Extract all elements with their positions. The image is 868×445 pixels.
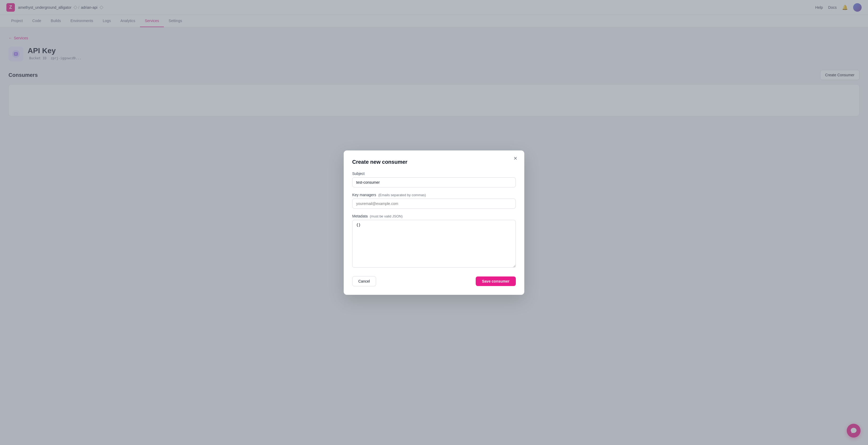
close-icon: ✕ [514, 155, 518, 161]
subject-label: Subject [352, 172, 516, 176]
metadata-label: Metadata (must be valid JSON) [352, 214, 516, 218]
modal-overlay: ✕ Create new consumer Subject Key manage… [0, 0, 868, 445]
subject-input[interactable] [352, 177, 516, 187]
cancel-button[interactable]: Cancel [352, 276, 376, 286]
metadata-textarea[interactable] [352, 220, 516, 268]
key-managers-label: Key managers (Emails separated by commas… [352, 193, 516, 197]
key-managers-note: (Emails separated by commas) [378, 193, 426, 197]
create-consumer-modal: ✕ Create new consumer Subject Key manage… [344, 150, 524, 295]
key-managers-form-group: Key managers (Emails separated by commas… [352, 193, 516, 209]
metadata-form-group: Metadata (must be valid JSON) [352, 214, 516, 269]
modal-close-button[interactable]: ✕ [512, 155, 519, 162]
metadata-note: (must be valid JSON) [370, 214, 403, 218]
save-consumer-button[interactable]: Save consumer [476, 276, 516, 286]
subject-form-group: Subject [352, 172, 516, 187]
key-managers-input[interactable] [352, 199, 516, 209]
modal-title: Create new consumer [352, 159, 516, 165]
modal-footer: Cancel Save consumer [352, 276, 516, 286]
